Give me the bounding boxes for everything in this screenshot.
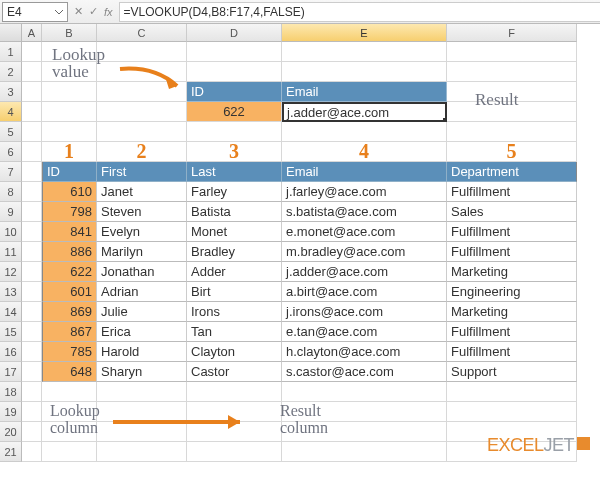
table-cell-dept[interactable]: Marketing	[447, 302, 577, 322]
table-cell-email[interactable]: e.monet@ace.com	[282, 222, 447, 242]
cell[interactable]	[447, 62, 577, 82]
col-header-A[interactable]: A	[22, 24, 42, 42]
row-header-11[interactable]: 11	[0, 242, 22, 262]
table-cell-email[interactable]: a.birt@ace.com	[282, 282, 447, 302]
cell[interactable]	[22, 202, 42, 222]
table-cell-first[interactable]: Adrian	[97, 282, 187, 302]
cell[interactable]	[22, 422, 42, 442]
cell[interactable]	[282, 62, 447, 82]
table-cell-dept[interactable]: Fulfillment	[447, 222, 577, 242]
cell[interactable]	[42, 42, 97, 62]
table-header-dept[interactable]: Department	[447, 162, 577, 182]
table-cell-id[interactable]: 841	[42, 222, 97, 242]
cell[interactable]	[22, 222, 42, 242]
row-header-19[interactable]: 19	[0, 402, 22, 422]
result-cell[interactable]: j.adder@ace.com	[282, 102, 447, 122]
cell[interactable]	[187, 402, 282, 422]
row-header-3[interactable]: 3	[0, 82, 22, 102]
cell[interactable]	[42, 62, 97, 82]
table-cell-dept[interactable]: Support	[447, 362, 577, 382]
cell[interactable]	[447, 382, 577, 402]
cell[interactable]	[22, 102, 42, 122]
cell[interactable]	[22, 302, 42, 322]
cell[interactable]	[282, 442, 447, 462]
table-cell-last[interactable]: Farley	[187, 182, 282, 202]
row-header-6[interactable]: 6	[0, 142, 22, 162]
enter-icon[interactable]: ✓	[89, 5, 98, 18]
lookup-value-cell[interactable]: 622	[187, 102, 282, 122]
cell[interactable]	[42, 102, 97, 122]
table-cell-id[interactable]: 785	[42, 342, 97, 362]
table-cell-email[interactable]: s.batista@ace.com	[282, 202, 447, 222]
row-header-5[interactable]: 5	[0, 122, 22, 142]
table-cell-last[interactable]: Monet	[187, 222, 282, 242]
cell[interactable]	[187, 122, 282, 142]
cell[interactable]	[187, 42, 282, 62]
row-header-12[interactable]: 12	[0, 262, 22, 282]
table-cell-dept[interactable]: Fulfillment	[447, 342, 577, 362]
cancel-icon[interactable]: ✕	[74, 5, 83, 18]
cell[interactable]	[42, 382, 97, 402]
mini-header-email[interactable]: Email	[282, 82, 447, 102]
table-cell-first[interactable]: Marilyn	[97, 242, 187, 262]
table-cell-last[interactable]: Adder	[187, 262, 282, 282]
cell[interactable]	[97, 442, 187, 462]
cell[interactable]	[282, 422, 447, 442]
row-header-7[interactable]: 7	[0, 162, 22, 182]
table-cell-dept[interactable]: Marketing	[447, 262, 577, 282]
cell[interactable]	[97, 402, 187, 422]
chevron-down-icon[interactable]	[55, 8, 63, 16]
cell[interactable]	[42, 402, 97, 422]
cell[interactable]	[97, 102, 187, 122]
cell[interactable]	[42, 422, 97, 442]
table-cell-id[interactable]: 798	[42, 202, 97, 222]
cell[interactable]	[187, 62, 282, 82]
table-cell-email[interactable]: h.clayton@ace.com	[282, 342, 447, 362]
table-cell-dept[interactable]: Fulfillment	[447, 242, 577, 262]
cell[interactable]	[22, 122, 42, 142]
cell[interactable]	[22, 242, 42, 262]
row-header-13[interactable]: 13	[0, 282, 22, 302]
table-cell-email[interactable]: m.bradley@ace.com	[282, 242, 447, 262]
row-header-2[interactable]: 2	[0, 62, 22, 82]
name-box[interactable]: E4	[2, 2, 68, 22]
table-cell-first[interactable]: Sharyn	[97, 362, 187, 382]
col-header-B[interactable]: B	[42, 24, 97, 42]
cell[interactable]	[97, 82, 187, 102]
col-header-F[interactable]: F	[447, 24, 577, 42]
table-cell-last[interactable]: Batista	[187, 202, 282, 222]
table-cell-first[interactable]: Steven	[97, 202, 187, 222]
cell[interactable]	[22, 162, 42, 182]
cell[interactable]	[447, 102, 577, 122]
cell[interactable]	[447, 42, 577, 62]
cell[interactable]	[187, 382, 282, 402]
cell[interactable]	[97, 382, 187, 402]
row-header-1[interactable]: 1	[0, 42, 22, 62]
table-cell-dept[interactable]: Engineering	[447, 282, 577, 302]
cell[interactable]	[282, 402, 447, 422]
table-cell-last[interactable]: Tan	[187, 322, 282, 342]
cell[interactable]	[22, 82, 42, 102]
row-header-14[interactable]: 14	[0, 302, 22, 322]
cell[interactable]	[22, 62, 42, 82]
cell[interactable]	[22, 142, 42, 162]
table-header-email[interactable]: Email	[282, 162, 447, 182]
table-cell-first[interactable]: Jonathan	[97, 262, 187, 282]
row-header-17[interactable]: 17	[0, 362, 22, 382]
cell[interactable]	[187, 422, 282, 442]
table-cell-first[interactable]: Evelyn	[97, 222, 187, 242]
cell[interactable]	[97, 62, 187, 82]
cell[interactable]	[42, 442, 97, 462]
row-header-16[interactable]: 16	[0, 342, 22, 362]
table-cell-last[interactable]: Bradley	[187, 242, 282, 262]
table-cell-email[interactable]: j.adder@ace.com	[282, 262, 447, 282]
table-cell-first[interactable]: Janet	[97, 182, 187, 202]
table-cell-id[interactable]: 622	[42, 262, 97, 282]
table-cell-email[interactable]: s.castor@ace.com	[282, 362, 447, 382]
row-header-15[interactable]: 15	[0, 322, 22, 342]
cell[interactable]	[97, 122, 187, 142]
table-cell-last[interactable]: Clayton	[187, 342, 282, 362]
cell[interactable]	[22, 322, 42, 342]
table-cell-dept[interactable]: Fulfillment	[447, 182, 577, 202]
table-cell-first[interactable]: Julie	[97, 302, 187, 322]
